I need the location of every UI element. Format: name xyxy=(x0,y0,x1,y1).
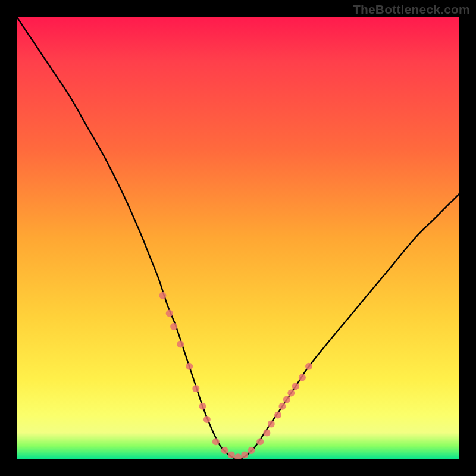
curve-marker-dot xyxy=(166,310,173,317)
curve-marker-dot xyxy=(203,416,211,423)
curve-marker-dot xyxy=(228,452,235,459)
curve-marker-dot xyxy=(274,412,281,419)
curve-marker-dot xyxy=(305,363,312,370)
outer-frame: TheBottleneck.com xyxy=(0,0,476,476)
plot-area xyxy=(17,17,459,459)
curve-marker-dot xyxy=(263,429,270,436)
curve-marker-dot xyxy=(268,421,275,428)
curve-marker-dot xyxy=(234,453,242,459)
curve-marker-dot xyxy=(199,403,206,410)
curve-marker-dot xyxy=(248,447,255,454)
curve-marker-dot xyxy=(287,389,295,396)
curve-marker-dot xyxy=(186,363,193,370)
curve-marker-dot xyxy=(256,438,264,445)
curve-marker-dot xyxy=(177,341,184,348)
curve-marker-group xyxy=(159,292,313,459)
curve-marker-dot xyxy=(192,385,199,392)
curve-marker-dot xyxy=(292,383,299,390)
curve-marker-dot xyxy=(299,374,306,381)
watermark-text: TheBottleneck.com xyxy=(353,2,470,17)
curve-marker-dot xyxy=(278,403,286,410)
curve-marker-dot xyxy=(170,323,177,330)
curve-marker-dot xyxy=(283,396,290,403)
curve-layer-svg xyxy=(17,17,459,459)
curve-marker-dot xyxy=(241,452,248,459)
curve-marker-dot xyxy=(212,438,220,445)
curve-marker-dot xyxy=(221,447,228,454)
curve-marker-dot xyxy=(159,292,167,299)
bottleneck-curve xyxy=(17,17,459,459)
